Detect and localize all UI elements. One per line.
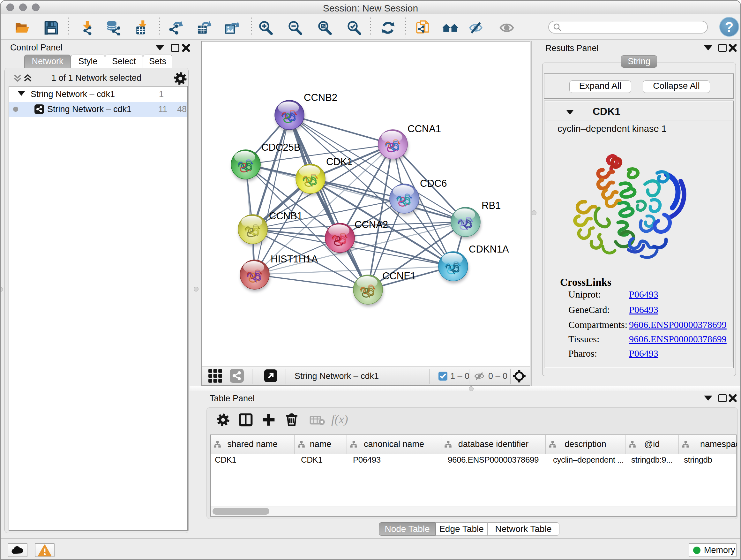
svg-text:CDC6: CDC6 [420,178,447,189]
svg-text:CCNB1: CCNB1 [269,210,302,222]
svg-text:CDKN1A: CDKN1A [469,244,509,255]
svg-text:CCNA1: CCNA1 [408,123,441,134]
svg-text:CCNA2: CCNA2 [354,219,388,230]
svg-text:RB1: RB1 [482,200,501,211]
svg-text:CCNE1: CCNE1 [382,270,416,282]
svg-text:CCNB2: CCNB2 [304,92,337,103]
svg-text:CDK1: CDK1 [326,156,353,167]
svg-text:CDC25B: CDC25B [261,142,300,153]
svg-text:HIST1H1A: HIST1H1A [271,253,318,265]
